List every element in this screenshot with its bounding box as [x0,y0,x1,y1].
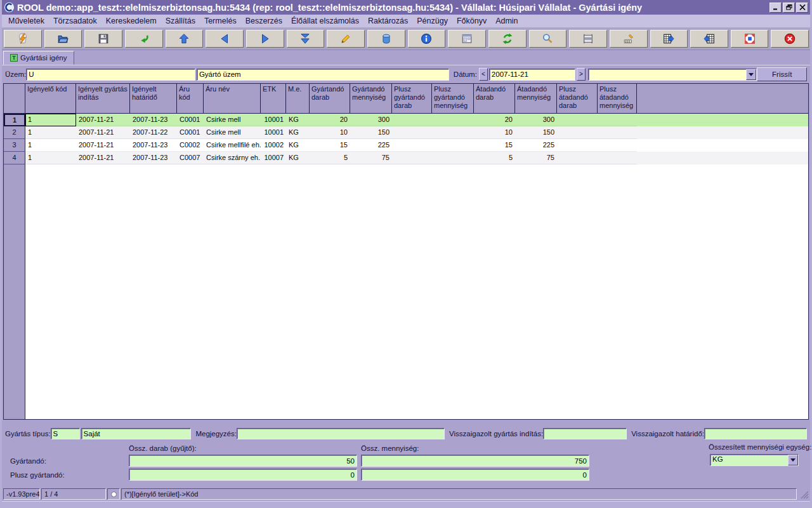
restore-button[interactable] [783,3,795,13]
table-cell[interactable] [598,114,637,126]
column-header[interactable]: Gyártandó darab [310,84,350,114]
last-record-button[interactable] [287,30,325,48]
column-header[interactable]: Plusz átadandó darab [557,84,598,114]
menu-item-eloallat-elszamolas[interactable]: Élőállat elszámolás [287,15,363,27]
table-cell[interactable]: C0002 [177,139,204,152]
table-cell[interactable]: 225 [350,139,392,152]
filter-combo[interactable] [588,69,757,81]
table-cell[interactable]: KG [286,126,310,139]
table-row[interactable]: 212007-11-212007-11-22C0001Csirke mell10… [4,126,808,139]
row-number[interactable]: 2 [4,126,25,139]
menu-item-beszerzes[interactable]: Beszerzés [241,15,287,27]
close-button[interactable] [796,3,808,13]
table-cell[interactable]: 150 [515,126,557,139]
column-header[interactable]: Átadandó darab [474,84,515,114]
menu-item-fokonyv[interactable]: Főkönyv [452,15,491,27]
gyartando-mennyiseg-input[interactable] [361,455,589,467]
table-cell[interactable]: 150 [350,126,392,139]
table-cell[interactable]: Csirke mellfilé eh. [204,139,261,152]
chevron-down-icon[interactable] [746,69,756,80]
column-header[interactable]: Áru név [204,84,261,114]
table-cell[interactable] [392,152,432,164]
visszaigazolt-hatarido-input[interactable] [704,428,807,439]
table-cell[interactable]: 1 [25,126,76,139]
column-header[interactable]: M.e. [286,84,310,114]
table-cell[interactable]: 15 [310,139,350,152]
table-cell[interactable] [392,114,432,126]
plusz-mennyiseg-input[interactable] [361,469,589,481]
table-cell[interactable]: 2007-11-21 [76,152,130,164]
table-export-button[interactable] [650,30,688,48]
table-import-button[interactable] [690,30,728,48]
table-cell[interactable]: 300 [350,114,392,126]
table-cell[interactable]: 75 [515,152,557,164]
table-cell[interactable]: C0007 [177,152,204,164]
menu-item-raktarozas[interactable]: Raktározás [363,15,412,27]
table-cell[interactable] [598,139,637,152]
table-cell[interactable]: 2007-11-23 [130,114,177,126]
table-cell[interactable] [392,139,432,152]
table-cell[interactable]: 15 [474,139,515,152]
table-cell[interactable]: 75 [350,152,392,164]
table-cell[interactable]: 1 [25,152,76,164]
expand-button[interactable] [731,30,769,48]
resize-grip[interactable] [799,490,809,499]
table-cell[interactable] [557,126,598,139]
table-cell[interactable] [392,126,432,139]
refresh-button[interactable]: Frissít [757,67,807,81]
table-cell[interactable]: 5 [310,152,350,164]
table-cell[interactable]: 2007-11-23 [130,152,177,164]
table-cell[interactable]: C0001 [177,114,204,126]
run-button[interactable] [4,30,42,48]
table-cell[interactable]: 5 [474,152,515,164]
table-cell[interactable]: 10 [474,126,515,139]
table-cell[interactable]: 1 [25,114,76,126]
column-header[interactable]: Igényelő kód [25,84,76,114]
column-header[interactable]: Plusz gyártandó mennyiség [432,84,474,114]
column-header[interactable]: Áru kód [177,84,204,114]
column-header[interactable]: Plusz átadandó mennyiség [598,84,637,114]
table-cell[interactable]: KG [286,114,310,126]
database-button[interactable] [367,30,405,48]
table-row[interactable]: 412007-11-212007-11-23C0007Csirke szárny… [4,152,808,164]
table-cell[interactable] [432,114,474,126]
row-number[interactable]: 1 [4,114,25,126]
save-button[interactable] [84,30,122,48]
minimize-button[interactable] [769,3,782,13]
menu-item-penzugy[interactable]: Pénzügy [412,15,452,27]
table-cell[interactable]: Csirke mell [204,114,261,126]
column-header[interactable]: Igényelt gyártás indítás [76,84,130,114]
table-cell[interactable]: 2007-11-21 [76,139,130,152]
uzem-name-input[interactable] [197,69,449,81]
menu-item-szallitas[interactable]: Szállítás [161,15,200,27]
exit-button[interactable] [771,30,809,48]
table-cell[interactable]: 20 [474,114,515,126]
egyseg-combo[interactable]: KG [710,454,799,466]
table-cell[interactable]: 2007-11-21 [76,126,130,139]
table-cell[interactable]: 10007 [261,152,286,164]
gyartas-tipus-name-input[interactable] [81,428,192,439]
table-cell[interactable]: 300 [515,114,557,126]
calculator-button[interactable] [610,30,648,48]
date-prev-button[interactable]: < [479,68,488,81]
date-next-button[interactable]: > [577,68,586,81]
tab-gyartasi-igeny[interactable]: T Gyártási igény [3,51,74,65]
column-header[interactable]: Igényelt határidő [130,84,177,114]
table-cell[interactable]: 20 [310,114,350,126]
next-record-button[interactable] [246,30,284,48]
info-button[interactable] [408,30,446,48]
table-cell[interactable]: KG [286,152,310,164]
column-header[interactable]: Átadandó mennyiség [515,84,557,114]
table-cell[interactable]: 225 [515,139,557,152]
row-number[interactable]: 4 [4,152,25,164]
table-cell[interactable]: 10 [310,126,350,139]
megjegyzes-input[interactable] [237,428,445,439]
edit-button[interactable] [327,30,365,48]
table-cell[interactable] [432,139,474,152]
prev-record-button[interactable] [206,30,244,48]
table-cell[interactable]: 2007-11-21 [76,114,130,126]
chevron-down-icon[interactable] [788,455,798,465]
undo-button[interactable] [125,30,163,48]
visszaigazolt-inditas-input[interactable] [543,428,627,439]
gyartas-tipus-code-input[interactable] [51,428,80,439]
